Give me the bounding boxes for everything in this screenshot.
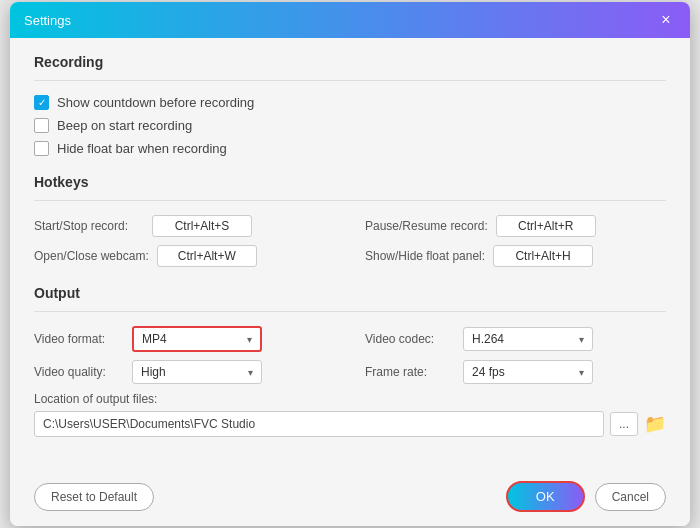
video-codec-value: H.264 bbox=[472, 332, 504, 346]
hotkey-row-float-panel: Show/Hide float panel: Ctrl+Alt+H bbox=[365, 245, 666, 267]
hotkey-row-webcam: Open/Close webcam: Ctrl+Alt+W bbox=[34, 245, 335, 267]
recording-section-title: Recording bbox=[34, 54, 666, 70]
ok-button[interactable]: OK bbox=[506, 481, 585, 512]
output-row-framerate: Frame rate: 24 fps ▾ bbox=[365, 360, 666, 384]
output-divider bbox=[34, 311, 666, 312]
checkbox-beep-label: Beep on start recording bbox=[57, 118, 192, 133]
location-input[interactable] bbox=[34, 411, 604, 437]
video-codec-chevron: ▾ bbox=[579, 334, 584, 345]
checkbox-row-beep: Beep on start recording bbox=[34, 118, 666, 133]
location-dots-button[interactable]: ... bbox=[610, 412, 638, 436]
recording-section: Recording Show countdown before recordin… bbox=[34, 54, 666, 156]
video-quality-value: High bbox=[141, 365, 166, 379]
hotkey-webcam-label: Open/Close webcam: bbox=[34, 249, 149, 263]
dialog-content: Recording Show countdown before recordin… bbox=[10, 38, 690, 471]
location-row: ... 📁 bbox=[34, 411, 666, 437]
cancel-button[interactable]: Cancel bbox=[595, 483, 666, 511]
checkbox-row-countdown: Show countdown before recording bbox=[34, 95, 666, 110]
hotkey-pause-resume-label: Pause/Resume record: bbox=[365, 219, 488, 233]
output-row-quality: Video quality: High ▾ bbox=[34, 360, 335, 384]
hotkey-row-start-stop: Start/Stop record: Ctrl+Alt+S bbox=[34, 215, 335, 237]
location-label: Location of output files: bbox=[34, 392, 666, 406]
checkbox-row-floatbar: Hide float bar when recording bbox=[34, 141, 666, 156]
output-grid: Video format: MP4 ▾ Video codec: H.264 ▾… bbox=[34, 326, 666, 384]
frame-rate-select[interactable]: 24 fps ▾ bbox=[463, 360, 593, 384]
hotkeys-section: Hotkeys Start/Stop record: Ctrl+Alt+S Pa… bbox=[34, 174, 666, 267]
output-framerate-label: Frame rate: bbox=[365, 365, 455, 379]
video-format-chevron: ▾ bbox=[247, 334, 252, 345]
dialog-footer: Reset to Default OK Cancel bbox=[10, 471, 690, 526]
output-quality-label: Video quality: bbox=[34, 365, 124, 379]
frame-rate-value: 24 fps bbox=[472, 365, 505, 379]
settings-dialog: Settings × Recording Show countdown befo… bbox=[10, 2, 690, 526]
hotkey-start-stop-input[interactable]: Ctrl+Alt+S bbox=[152, 215, 252, 237]
footer-right: OK Cancel bbox=[506, 481, 666, 512]
hotkey-float-panel-label: Show/Hide float panel: bbox=[365, 249, 485, 263]
hotkeys-grid: Start/Stop record: Ctrl+Alt+S Pause/Resu… bbox=[34, 215, 666, 267]
checkbox-beep[interactable] bbox=[34, 118, 49, 133]
output-row-format: Video format: MP4 ▾ bbox=[34, 326, 335, 352]
video-codec-select[interactable]: H.264 ▾ bbox=[463, 327, 593, 351]
checkbox-countdown[interactable] bbox=[34, 95, 49, 110]
close-button[interactable]: × bbox=[656, 10, 676, 30]
output-section: Output Video format: MP4 ▾ Video codec: … bbox=[34, 285, 666, 437]
output-format-label: Video format: bbox=[34, 332, 124, 346]
video-format-value: MP4 bbox=[142, 332, 167, 346]
output-section-title: Output bbox=[34, 285, 666, 301]
hotkey-pause-resume-input[interactable]: Ctrl+Alt+R bbox=[496, 215, 596, 237]
checkbox-floatbar[interactable] bbox=[34, 141, 49, 156]
dialog-title: Settings bbox=[24, 13, 71, 28]
video-quality-select[interactable]: High ▾ bbox=[132, 360, 262, 384]
frame-rate-chevron: ▾ bbox=[579, 367, 584, 378]
checkbox-floatbar-label: Hide float bar when recording bbox=[57, 141, 227, 156]
output-row-codec: Video codec: H.264 ▾ bbox=[365, 326, 666, 352]
hotkeys-section-title: Hotkeys bbox=[34, 174, 666, 190]
hotkey-start-stop-label: Start/Stop record: bbox=[34, 219, 144, 233]
folder-icon-button[interactable]: 📁 bbox=[644, 413, 666, 435]
hotkey-row-pause-resume: Pause/Resume record: Ctrl+Alt+R bbox=[365, 215, 666, 237]
checkbox-countdown-label: Show countdown before recording bbox=[57, 95, 254, 110]
output-codec-label: Video codec: bbox=[365, 332, 455, 346]
location-section: Location of output files: ... 📁 bbox=[34, 392, 666, 437]
video-format-select[interactable]: MP4 ▾ bbox=[132, 326, 262, 352]
recording-divider bbox=[34, 80, 666, 81]
video-quality-chevron: ▾ bbox=[248, 367, 253, 378]
hotkey-webcam-input[interactable]: Ctrl+Alt+W bbox=[157, 245, 257, 267]
title-bar: Settings × bbox=[10, 2, 690, 38]
hotkeys-divider bbox=[34, 200, 666, 201]
hotkey-float-panel-input[interactable]: Ctrl+Alt+H bbox=[493, 245, 593, 267]
reset-button[interactable]: Reset to Default bbox=[34, 483, 154, 511]
